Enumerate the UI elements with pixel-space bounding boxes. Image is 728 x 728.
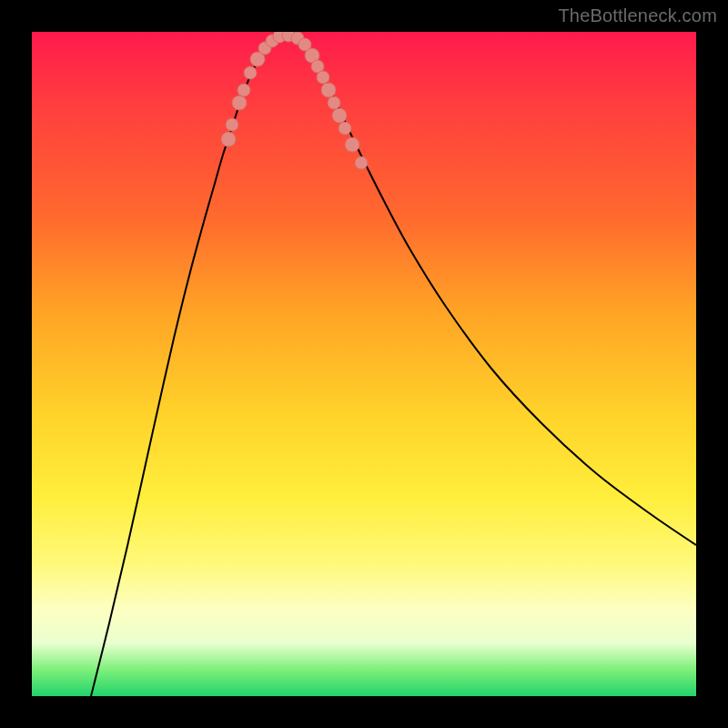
data-marker: [232, 96, 247, 110]
data-marker: [244, 66, 257, 79]
data-marker: [238, 84, 250, 96]
data-marker: [339, 122, 351, 135]
data-marker: [332, 108, 347, 123]
chart-svg: [32, 32, 696, 696]
data-marker: [328, 96, 340, 109]
data-marker: [317, 71, 329, 84]
data-marker: [355, 157, 368, 169]
outer-frame: TheBottleneck.com: [0, 0, 728, 728]
bottleneck-curve: [91, 35, 696, 696]
data-marker: [226, 118, 238, 131]
data-marker: [345, 137, 359, 152]
data-marker: [321, 83, 336, 97]
data-marker: [221, 132, 236, 147]
watermark-text: TheBottleneck.com: [558, 5, 717, 26]
chart-area: [32, 32, 696, 696]
data-markers: [221, 32, 368, 169]
